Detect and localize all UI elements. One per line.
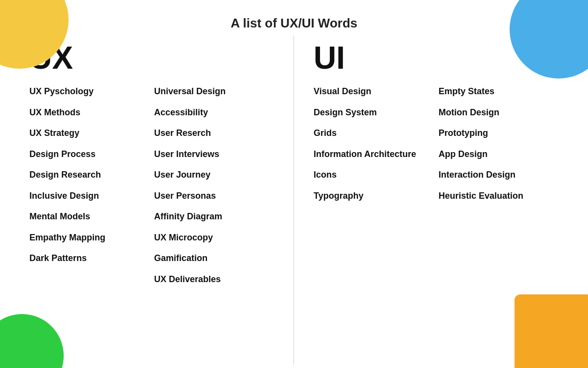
list-item: UX Deliverables — [154, 274, 279, 285]
ui-col2: Empty StatesMotion DesignPrototypingApp … — [439, 86, 564, 211]
corner-decoration-orange — [514, 294, 588, 368]
list-item: Prototyping — [439, 128, 564, 139]
ux-section: UX UX PyschologyUX MethodsUX StrategyDes… — [10, 36, 294, 365]
list-item: Empty States — [439, 86, 564, 97]
ux-col2: Universal DesignAccessibilityUser Reserc… — [154, 86, 279, 294]
list-item: Design Process — [29, 149, 154, 160]
list-item: Grids — [314, 128, 439, 139]
list-item: UX Microcopy — [154, 232, 279, 243]
list-item: Design Research — [29, 169, 154, 181]
list-item: UX Methods — [29, 107, 154, 118]
ui-col1: Visual DesignDesign SystemGridsInformati… — [314, 86, 439, 211]
columns-wrapper: UX UX PyschologyUX MethodsUX StrategyDes… — [0, 36, 588, 365]
list-item: Typography — [314, 190, 439, 202]
list-item: Visual Design — [314, 86, 439, 97]
list-item: User Personas — [154, 190, 279, 202]
list-item: Icons — [314, 169, 439, 181]
ux-word-columns: UX PyschologyUX MethodsUX StrategyDesign… — [29, 86, 279, 294]
list-item: UX Pyschology — [29, 86, 154, 97]
ui-word-columns: Visual DesignDesign SystemGridsInformati… — [314, 86, 564, 211]
ux-heading: UX — [29, 40, 279, 76]
list-item: Design System — [314, 107, 439, 118]
list-item: Universal Design — [154, 86, 279, 97]
list-item: Heuristic Evaluation — [439, 190, 564, 202]
list-item: Mental Models — [29, 211, 154, 222]
list-item: App Design — [439, 149, 564, 160]
list-item: UX Strategy — [29, 128, 154, 139]
list-item: Affinity Diagram — [154, 211, 279, 222]
list-item: Motion Design — [439, 107, 564, 118]
page-title: A list of UX/UI Words — [0, 0, 588, 36]
list-item: Inclusive Design — [29, 190, 154, 202]
list-item: User Interviews — [154, 149, 279, 160]
list-item: User Reserch — [154, 128, 279, 139]
list-item: User Journey — [154, 169, 279, 181]
list-item: Dark Patterns — [29, 253, 154, 264]
list-item: Gamification — [154, 253, 279, 264]
ux-col1: UX PyschologyUX MethodsUX StrategyDesign… — [29, 86, 154, 294]
list-item: Accessibility — [154, 107, 279, 118]
list-item: Interaction Design — [439, 169, 564, 181]
list-item: Empathy Mapping — [29, 232, 154, 243]
list-item: Information Architecture — [314, 149, 439, 160]
